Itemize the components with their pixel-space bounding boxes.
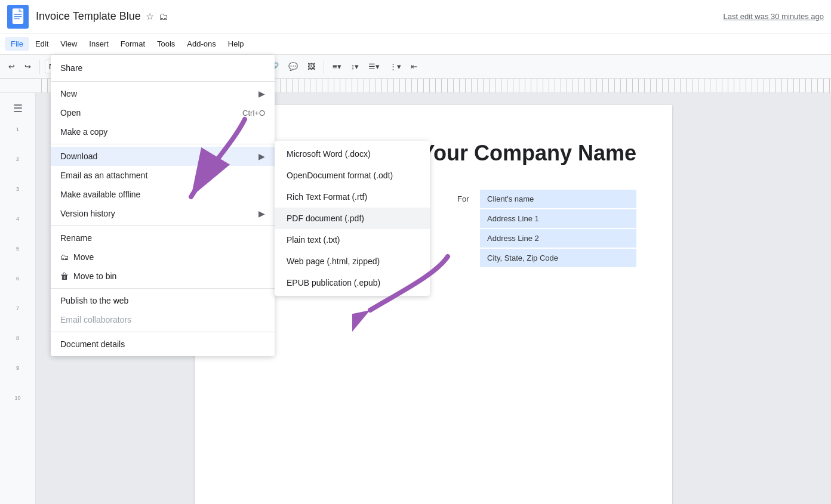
file-menu-open[interactable]: Open Ctrl+O xyxy=(51,103,275,122)
star-icon[interactable]: ☆ xyxy=(146,11,154,22)
undo-button[interactable]: ↩ xyxy=(5,60,19,73)
download-epub[interactable]: EPUB publication (.epub) xyxy=(275,272,430,293)
list-ordered-button[interactable]: ☰▾ xyxy=(365,60,383,73)
menu-divider-3 xyxy=(51,225,275,226)
file-menu-download[interactable]: Download ▶ xyxy=(51,147,275,166)
for-address1-field: Address Line 1 xyxy=(480,209,636,228)
indent-decrease-button[interactable]: ⇤ xyxy=(407,60,421,73)
file-menu-new[interactable]: New ▶ xyxy=(51,84,275,103)
rename-label: Rename xyxy=(60,233,92,243)
open-label: Open xyxy=(60,108,81,118)
download-txt[interactable]: Plain text (.txt) xyxy=(275,229,430,251)
download-docx[interactable]: Microsoft Word (.docx) xyxy=(275,143,430,165)
for-label: For xyxy=(457,190,475,203)
menu-view[interactable]: View xyxy=(54,37,83,51)
menu-divider-1 xyxy=(51,81,275,82)
menu-format[interactable]: Format xyxy=(115,37,151,51)
menu-divider-2 xyxy=(51,144,275,144)
open-shortcut: Ctrl+O xyxy=(242,109,265,118)
download-submenu: Microsoft Word (.docx) OpenDocument form… xyxy=(275,141,430,296)
new-label: New xyxy=(60,89,77,98)
email-collab-label: Email collaborators xyxy=(60,315,131,324)
menu-help[interactable]: Help xyxy=(222,37,250,51)
title-bar: Invoice Template Blue ☆ 🗂 Last edit was … xyxy=(0,0,831,33)
file-menu-publish[interactable]: Publish to the web xyxy=(51,291,275,310)
file-menu-details[interactable]: Document details xyxy=(51,335,275,354)
line-numbers: 123 45 67 89 10 xyxy=(14,126,20,401)
menu-tools[interactable]: Tools xyxy=(151,37,181,51)
align-button[interactable]: ≡▾ xyxy=(329,60,345,73)
title-area: Invoice Template Blue ☆ 🗂 xyxy=(36,10,168,23)
file-menu-offline[interactable]: Make available offline xyxy=(51,185,275,204)
for-fields: Client's name Address Line 1 Address Lin… xyxy=(480,190,636,268)
sidebar: ☰ 123 45 67 89 10 xyxy=(0,93,36,504)
for-row: For Client's name Address Line 1 Address… xyxy=(457,190,636,268)
new-arrow: ▶ xyxy=(258,89,265,98)
details-label: Document details xyxy=(60,339,125,349)
svg-rect-0 xyxy=(13,8,23,24)
last-edit: Last edit was 30 minutes ago xyxy=(724,12,824,21)
redo-button[interactable]: ↪ xyxy=(21,60,35,73)
for-address2-field: Address Line 2 xyxy=(480,229,636,248)
menu-divider-4 xyxy=(51,288,275,289)
download-odt[interactable]: OpenDocument format (.odt) xyxy=(275,165,430,186)
file-menu-email-attach[interactable]: Email as an attachment xyxy=(51,166,275,185)
move-label: Move xyxy=(73,252,94,262)
menu-addons[interactable]: Add-ons xyxy=(181,37,221,51)
file-menu-version[interactable]: Version history ▶ xyxy=(51,204,275,223)
menu-divider-5 xyxy=(51,332,275,332)
file-menu-rename[interactable]: Rename xyxy=(51,228,275,248)
list-unordered-button[interactable]: ⋮▾ xyxy=(386,60,405,73)
toolbar-separator-1 xyxy=(39,60,40,74)
svg-rect-1 xyxy=(14,14,22,14)
app-icon xyxy=(7,5,29,29)
file-menu-move[interactable]: 🗂 Move xyxy=(51,248,275,267)
sidebar-outline-btn[interactable]: ☰ xyxy=(7,98,29,119)
menu-edit[interactable]: Edit xyxy=(29,37,54,51)
download-label: Download xyxy=(60,151,97,161)
offline-label: Make available offline xyxy=(60,190,140,199)
toolbar-separator-6 xyxy=(324,60,324,74)
download-html[interactable]: Web page (.html, zipped) xyxy=(275,251,430,272)
file-menu-share[interactable]: Share xyxy=(51,57,275,79)
svg-rect-2 xyxy=(14,16,22,17)
email-attach-label: Email as an attachment xyxy=(60,171,147,180)
image-button[interactable]: 🖼 xyxy=(304,60,319,73)
line-spacing-button[interactable]: ↕▾ xyxy=(347,60,363,73)
folder-icon[interactable]: 🗂 xyxy=(159,11,168,22)
svg-rect-3 xyxy=(14,18,20,18)
menu-file[interactable]: File xyxy=(5,37,29,51)
trash-icon: 🗑 xyxy=(60,271,69,281)
move-icon: 🗂 xyxy=(60,252,69,262)
download-rtf[interactable]: Rich Text Format (.rtf) xyxy=(275,186,430,208)
file-menu-email-collab: Email collaborators xyxy=(51,310,275,329)
for-name-field: Client's name xyxy=(480,190,636,208)
file-menu-copy[interactable]: Make a copy xyxy=(51,122,275,141)
copy-label: Make a copy xyxy=(60,127,107,137)
file-menu-dropdown: Share New ▶ Open Ctrl+O Make a copy Down… xyxy=(51,55,275,356)
file-menu-trash[interactable]: 🗑 Move to bin xyxy=(51,267,275,286)
for-section: For Client's name Address Line 1 Address… xyxy=(457,190,636,268)
version-label: Version history xyxy=(60,209,115,218)
download-pdf[interactable]: PDF document (.pdf) xyxy=(275,208,430,229)
doc-title: Invoice Template Blue xyxy=(36,10,141,23)
version-arrow: ▶ xyxy=(258,209,265,218)
comment-button[interactable]: 💬 xyxy=(285,60,301,73)
menu-bar: File Edit View Insert Format Tools Add-o… xyxy=(0,33,831,55)
menu-insert[interactable]: Insert xyxy=(83,37,115,51)
for-city-field: City, State, Zip Code xyxy=(480,249,636,267)
publish-label: Publish to the web xyxy=(60,296,128,305)
trash-label: Move to bin xyxy=(73,271,116,281)
download-arrow: ▶ xyxy=(258,151,265,161)
